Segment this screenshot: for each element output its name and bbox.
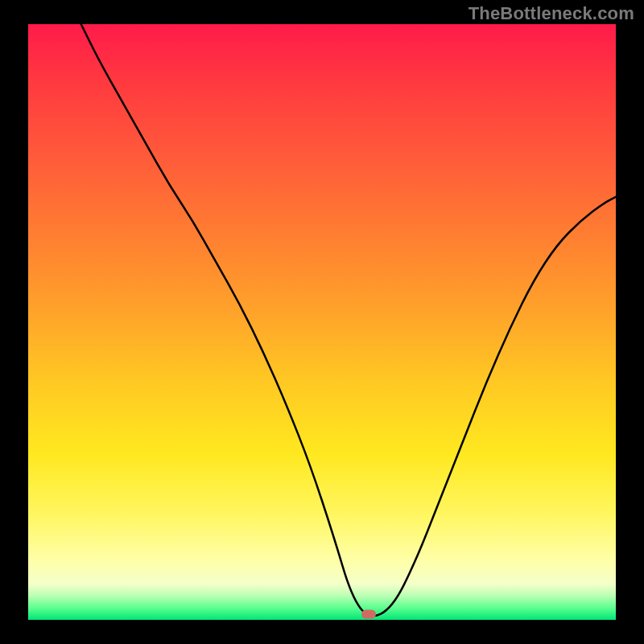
plot-area — [28, 24, 616, 620]
minimum-marker — [361, 609, 376, 618]
bottleneck-curve — [28, 24, 616, 620]
chart-frame: TheBottleneck.com — [0, 0, 644, 644]
watermark-text: TheBottleneck.com — [469, 3, 634, 24]
